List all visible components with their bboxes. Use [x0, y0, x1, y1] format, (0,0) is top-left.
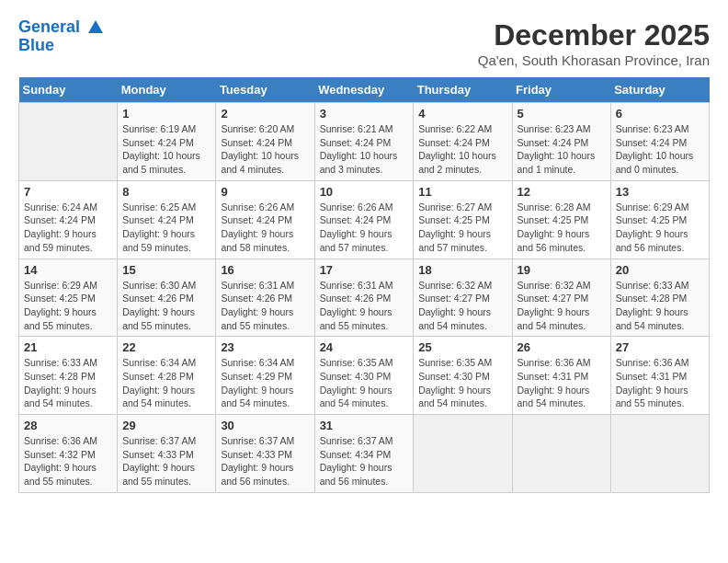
day-number: 14	[24, 263, 112, 277]
calendar-cell: 22Sunrise: 6:34 AM Sunset: 4:28 PM Dayli…	[118, 337, 216, 415]
day-info: Sunrise: 6:21 AM Sunset: 4:24 PM Dayligh…	[320, 122, 409, 177]
calendar-cell: 8Sunrise: 6:25 AM Sunset: 4:24 PM Daylig…	[118, 180, 216, 259]
day-info: Sunrise: 6:35 AM Sunset: 4:30 PM Dayligh…	[418, 356, 506, 410]
day-info: Sunrise: 6:35 AM Sunset: 4:30 PM Dayligh…	[320, 356, 409, 410]
day-info: Sunrise: 6:25 AM Sunset: 4:24 PM Dayligh…	[122, 201, 210, 255]
calendar-cell	[414, 415, 512, 493]
calendar-cell: 18Sunrise: 6:32 AM Sunset: 4:27 PM Dayli…	[414, 259, 512, 337]
weekday-header-row: SundayMondayTuesdayWednesdayThursdayFrid…	[19, 77, 710, 103]
day-number: 15	[122, 263, 210, 277]
weekday-header-thursday: Thursday	[414, 77, 512, 103]
calendar-cell: 27Sunrise: 6:36 AM Sunset: 4:31 PM Dayli…	[610, 337, 709, 415]
calendar-cell: 26Sunrise: 6:36 AM Sunset: 4:31 PM Dayli…	[512, 337, 610, 415]
logo: General Blue	[18, 18, 105, 55]
calendar-cell	[19, 103, 118, 181]
calendar-cell: 6Sunrise: 6:23 AM Sunset: 4:24 PM Daylig…	[610, 103, 709, 181]
calendar-cell: 10Sunrise: 6:26 AM Sunset: 4:24 PM Dayli…	[314, 180, 414, 259]
day-info: Sunrise: 6:33 AM Sunset: 4:28 PM Dayligh…	[616, 279, 704, 333]
calendar-cell: 21Sunrise: 6:33 AM Sunset: 4:28 PM Dayli…	[19, 337, 118, 415]
day-number: 24	[320, 340, 409, 354]
day-number: 18	[418, 263, 506, 277]
day-number: 23	[221, 340, 309, 354]
weekday-header-friday: Friday	[512, 77, 610, 103]
calendar-cell: 20Sunrise: 6:33 AM Sunset: 4:28 PM Dayli…	[610, 259, 709, 337]
day-number: 6	[616, 107, 704, 121]
day-info: Sunrise: 6:36 AM Sunset: 4:31 PM Dayligh…	[518, 356, 606, 410]
day-number: 3	[320, 107, 409, 121]
calendar-cell: 29Sunrise: 6:37 AM Sunset: 4:33 PM Dayli…	[118, 415, 216, 493]
calendar-cell: 13Sunrise: 6:29 AM Sunset: 4:25 PM Dayli…	[610, 180, 709, 259]
calendar-cell: 12Sunrise: 6:28 AM Sunset: 4:25 PM Dayli…	[512, 180, 610, 259]
day-number: 26	[518, 340, 606, 354]
logo-icon	[86, 18, 105, 37]
title-area: December 2025 Qa'en, South Khorasan Prov…	[478, 18, 710, 68]
day-info: Sunrise: 6:27 AM Sunset: 4:25 PM Dayligh…	[418, 201, 506, 255]
calendar-cell: 9Sunrise: 6:26 AM Sunset: 4:24 PM Daylig…	[216, 180, 314, 259]
day-number: 9	[221, 185, 309, 199]
calendar-cell: 14Sunrise: 6:29 AM Sunset: 4:25 PM Dayli…	[19, 259, 118, 337]
day-number: 13	[616, 185, 704, 199]
day-number: 11	[418, 185, 506, 199]
day-number: 8	[122, 185, 210, 199]
calendar-cell: 1Sunrise: 6:19 AM Sunset: 4:24 PM Daylig…	[118, 103, 216, 181]
calendar-cell: 28Sunrise: 6:36 AM Sunset: 4:32 PM Dayli…	[19, 415, 118, 493]
day-info: Sunrise: 6:30 AM Sunset: 4:26 PM Dayligh…	[122, 279, 210, 333]
day-info: Sunrise: 6:29 AM Sunset: 4:25 PM Dayligh…	[24, 279, 112, 333]
day-number: 10	[320, 185, 409, 199]
calendar-week-row: 28Sunrise: 6:36 AM Sunset: 4:32 PM Dayli…	[19, 415, 710, 493]
calendar-cell: 16Sunrise: 6:31 AM Sunset: 4:26 PM Dayli…	[216, 259, 314, 337]
logo-general: General	[18, 17, 80, 36]
calendar-cell: 30Sunrise: 6:37 AM Sunset: 4:33 PM Dayli…	[216, 415, 314, 493]
location-subtitle: Qa'en, South Khorasan Province, Iran	[478, 52, 710, 68]
day-info: Sunrise: 6:26 AM Sunset: 4:24 PM Dayligh…	[320, 201, 409, 255]
day-number: 1	[122, 107, 210, 121]
calendar-cell: 23Sunrise: 6:34 AM Sunset: 4:29 PM Dayli…	[216, 337, 314, 415]
day-info: Sunrise: 6:34 AM Sunset: 4:28 PM Dayligh…	[122, 356, 210, 410]
day-info: Sunrise: 6:36 AM Sunset: 4:31 PM Dayligh…	[616, 356, 704, 410]
calendar-week-row: 21Sunrise: 6:33 AM Sunset: 4:28 PM Dayli…	[19, 337, 710, 415]
logo-text: General Blue	[18, 18, 105, 55]
day-number: 31	[320, 419, 409, 432]
svg-marker-0	[88, 20, 103, 33]
day-info: Sunrise: 6:37 AM Sunset: 4:33 PM Dayligh…	[221, 434, 309, 488]
day-number: 28	[24, 419, 112, 432]
day-number: 22	[122, 340, 210, 354]
weekday-header-tuesday: Tuesday	[216, 77, 314, 103]
day-info: Sunrise: 6:32 AM Sunset: 4:27 PM Dayligh…	[518, 279, 606, 333]
calendar-cell: 31Sunrise: 6:37 AM Sunset: 4:34 PM Dayli…	[314, 415, 414, 493]
month-title: December 2025	[478, 18, 710, 52]
day-number: 30	[221, 419, 309, 432]
calendar-week-row: 7Sunrise: 6:24 AM Sunset: 4:24 PM Daylig…	[19, 180, 710, 259]
day-info: Sunrise: 6:26 AM Sunset: 4:24 PM Dayligh…	[221, 201, 309, 255]
calendar-cell: 11Sunrise: 6:27 AM Sunset: 4:25 PM Dayli…	[414, 180, 512, 259]
calendar-cell: 5Sunrise: 6:23 AM Sunset: 4:24 PM Daylig…	[512, 103, 610, 181]
day-info: Sunrise: 6:29 AM Sunset: 4:25 PM Dayligh…	[616, 201, 704, 255]
calendar-cell: 15Sunrise: 6:30 AM Sunset: 4:26 PM Dayli…	[118, 259, 216, 337]
day-info: Sunrise: 6:19 AM Sunset: 4:24 PM Dayligh…	[122, 122, 210, 177]
day-number: 29	[122, 419, 210, 432]
day-number: 4	[418, 107, 506, 121]
calendar-cell: 4Sunrise: 6:22 AM Sunset: 4:24 PM Daylig…	[414, 103, 512, 181]
day-number: 19	[518, 263, 606, 277]
day-info: Sunrise: 6:32 AM Sunset: 4:27 PM Dayligh…	[418, 279, 506, 333]
day-number: 20	[616, 263, 704, 277]
day-number: 7	[24, 185, 112, 199]
day-info: Sunrise: 6:31 AM Sunset: 4:26 PM Dayligh…	[221, 279, 309, 333]
day-number: 12	[518, 185, 606, 199]
day-info: Sunrise: 6:36 AM Sunset: 4:32 PM Dayligh…	[24, 434, 112, 488]
day-info: Sunrise: 6:28 AM Sunset: 4:25 PM Dayligh…	[518, 201, 606, 255]
weekday-header-sunday: Sunday	[19, 77, 118, 103]
day-info: Sunrise: 6:22 AM Sunset: 4:24 PM Dayligh…	[418, 122, 506, 177]
weekday-header-saturday: Saturday	[610, 77, 709, 103]
calendar-cell: 19Sunrise: 6:32 AM Sunset: 4:27 PM Dayli…	[512, 259, 610, 337]
day-number: 2	[221, 107, 309, 121]
calendar-cell: 17Sunrise: 6:31 AM Sunset: 4:26 PM Dayli…	[314, 259, 414, 337]
calendar-cell: 3Sunrise: 6:21 AM Sunset: 4:24 PM Daylig…	[314, 103, 414, 181]
calendar-week-row: 14Sunrise: 6:29 AM Sunset: 4:25 PM Dayli…	[19, 259, 710, 337]
calendar-cell: 25Sunrise: 6:35 AM Sunset: 4:30 PM Dayli…	[414, 337, 512, 415]
day-number: 21	[24, 340, 112, 354]
day-info: Sunrise: 6:34 AM Sunset: 4:29 PM Dayligh…	[221, 356, 309, 410]
weekday-header-wednesday: Wednesday	[314, 77, 414, 103]
day-number: 27	[616, 340, 704, 354]
calendar-cell	[512, 415, 610, 493]
